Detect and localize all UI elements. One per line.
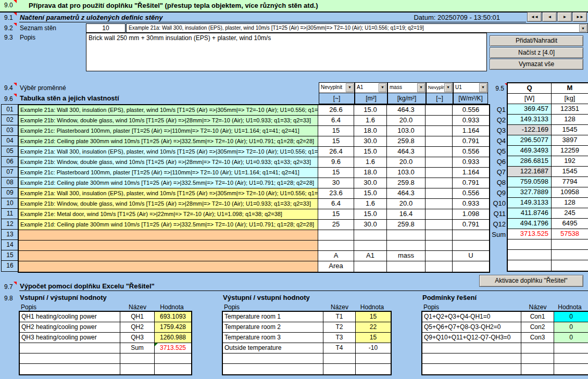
wall-value-cell[interactable]: 20.0 <box>387 116 426 126</box>
wall-value-cell[interactable]: 0.556 <box>453 147 489 157</box>
wall-value-cell[interactable]: 15 <box>318 136 354 147</box>
wall-value-cell[interactable]: 0.791 <box>453 136 489 147</box>
wall-value-cell[interactable]: 15.0 <box>354 188 387 199</box>
wall-value-cell[interactable]: 30.0 <box>354 136 387 147</box>
wall-description-cell[interactable]: Example 21a: Wall 300, insulation (EPS),… <box>19 147 318 157</box>
wall-description-cell[interactable]: Example 21d: Ceiling plate 300mm wind 10… <box>19 220 318 230</box>
wall-value-cell[interactable]: 15.0 <box>354 209 387 220</box>
wall-value-cell[interactable] <box>354 261 387 272</box>
wall-value-cell[interactable]: 30.0 <box>354 178 387 188</box>
wall-value-cell[interactable] <box>426 251 453 261</box>
io-value-cell[interactable]: 22 <box>356 322 391 333</box>
nav-first-button[interactable]: ◄◄ <box>527 12 542 22</box>
wall-value-cell[interactable] <box>426 116 453 126</box>
wall-description-cell[interactable]: Example 21c: Plasterboard 100mm, plaster… <box>19 126 318 136</box>
wall-value-cell[interactable] <box>453 241 489 251</box>
wall-value-cell[interactable] <box>426 126 453 136</box>
wall-value-cell[interactable]: 15 <box>318 126 354 136</box>
wall-value-cell[interactable]: mass <box>387 251 426 261</box>
wall-value-cell[interactable]: 0.933 <box>453 157 489 168</box>
variable-dropdown-2[interactable]: A1 ▼ <box>355 82 387 93</box>
wall-description-cell[interactable] <box>19 241 318 251</box>
wall-value-cell[interactable] <box>426 209 453 220</box>
variable-dropdown-3[interactable]: mass ▼ <box>387 82 426 93</box>
wall-value-cell[interactable] <box>426 261 453 272</box>
wall-value-cell[interactable]: 18.0 <box>354 126 387 136</box>
wall-value-cell[interactable] <box>426 168 453 178</box>
wall-value-cell[interactable] <box>426 230 453 241</box>
wall-value-cell[interactable]: 1.6 <box>354 116 387 126</box>
activate-solver-button[interactable]: Aktivace doplňku "Řešitel" <box>479 275 583 287</box>
wall-value-cell[interactable]: 0.556 <box>453 188 489 199</box>
chevron-down-icon[interactable]: ▼ <box>346 83 354 92</box>
wall-value-cell[interactable]: 259.8 <box>387 178 426 188</box>
wall-value-cell[interactable]: 9.6 <box>318 157 354 168</box>
wall-value-cell[interactable]: 6.4 <box>318 116 354 126</box>
wall-description-cell[interactable]: Example 21e: Metal door, wind 10m/s [T1=… <box>19 209 318 220</box>
io-value-cell[interactable]: 15 <box>356 333 391 343</box>
wall-count-cell[interactable]: 10 <box>86 23 126 33</box>
chevron-down-icon[interactable]: ▼ <box>444 83 452 92</box>
wall-value-cell[interactable]: 15.0 <box>354 105 387 116</box>
wall-value-cell[interactable]: 0.556 <box>453 105 489 116</box>
wall-value-cell[interactable] <box>387 230 426 241</box>
variable-dropdown-5[interactable]: U1 ▼ <box>453 82 488 93</box>
wall-description-cell[interactable]: Example 21a: Wall 300, insulation (EPS),… <box>19 188 318 199</box>
wall-value-cell[interactable] <box>387 261 426 272</box>
wall-value-cell[interactable]: 1.6 <box>354 157 387 168</box>
wall-value-cell[interactable]: 26.6 <box>318 105 354 116</box>
wall-value-cell[interactable] <box>426 147 453 157</box>
description-box[interactable]: Brick wall 250 mm + 30mm insulation (EPS… <box>86 33 487 71</box>
wall-value-cell[interactable]: 30 <box>318 178 354 188</box>
wall-value-cell[interactable]: 1.6 <box>354 199 387 209</box>
io-value-cell[interactable]: 15 <box>356 312 391 322</box>
wall-value-cell[interactable] <box>387 241 426 251</box>
io-value-cell[interactable]: -10 <box>356 343 391 353</box>
wall-value-cell[interactable] <box>354 230 387 241</box>
wall-value-cell[interactable]: Area <box>318 261 354 272</box>
wall-value-cell[interactable]: 15 <box>318 168 354 178</box>
wall-value-cell[interactable]: 464.3 <box>387 188 426 199</box>
wall-description-cell[interactable]: Example 21b: Window, double glass, wind … <box>19 157 318 168</box>
wall-description-cell[interactable]: Example 21b: Window, double glass, wind … <box>19 199 318 209</box>
wall-value-cell[interactable]: 464.3 <box>387 105 426 116</box>
wall-value-cell[interactable] <box>318 241 354 251</box>
wall-value-cell[interactable]: 15.0 <box>354 147 387 157</box>
wall-value-cell[interactable]: 259.8 <box>387 136 426 147</box>
wall-value-cell[interactable]: A <box>318 251 354 261</box>
wall-description-cell[interactable]: Example 21d: Ceiling plate 300mm wind 10… <box>19 178 318 188</box>
wall-value-cell[interactable]: 0.791 <box>453 220 489 230</box>
wall-value-cell[interactable] <box>426 105 453 116</box>
wall-value-cell[interactable]: A1 <box>354 251 387 261</box>
wall-value-cell[interactable]: 20.0 <box>387 199 426 209</box>
wall-value-cell[interactable]: 1.164 <box>453 126 489 136</box>
wall-value-cell[interactable]: 464.3 <box>387 147 426 157</box>
variable-dropdown-4[interactable]: Nevyplnit ▼ <box>426 82 453 93</box>
wall-value-cell[interactable]: 18.0 <box>354 168 387 178</box>
wall-value-cell[interactable]: 0.933 <box>453 116 489 126</box>
wall-value-cell[interactable] <box>426 157 453 168</box>
wall-description-cell[interactable] <box>19 230 318 241</box>
wall-value-cell[interactable]: U <box>453 251 489 261</box>
nav-next-button[interactable]: ► <box>557 12 572 22</box>
wall-description-cell[interactable] <box>19 251 318 261</box>
chevron-down-icon[interactable]: ▼ <box>379 83 386 92</box>
io-value-cell[interactable]: 1759.428 <box>155 322 191 333</box>
wall-value-cell[interactable]: 1.098 <box>453 209 489 220</box>
wall-description-cell[interactable]: Example 21a: Wall 300, insulation (EPS),… <box>19 105 318 116</box>
wall-value-cell[interactable] <box>453 230 489 241</box>
add-replace-button[interactable]: Přidat/Nahradit <box>490 35 583 46</box>
wall-value-cell[interactable] <box>453 261 489 272</box>
wall-value-cell[interactable]: 6.4 <box>318 199 354 209</box>
wall-value-cell[interactable]: 103.0 <box>387 168 426 178</box>
nav-prev-button[interactable]: ◄ <box>542 12 557 22</box>
wall-select-combobox[interactable]: Example 21a: Wall 300, insulation (EPS),… <box>126 23 588 33</box>
wall-value-cell[interactable]: 0.933 <box>453 199 489 209</box>
io-value-cell[interactable]: 693.1093 <box>155 312 191 322</box>
wall-value-cell[interactable] <box>426 188 453 199</box>
wall-value-cell[interactable]: 15 <box>318 209 354 220</box>
chevron-down-icon[interactable]: ▼ <box>579 24 587 32</box>
io-value-cell[interactable]: 1260.988 <box>155 333 191 343</box>
variable-dropdown-1[interactable]: Nevyplnit ▼ <box>319 82 355 93</box>
wall-value-cell[interactable]: 16.4 <box>387 209 426 220</box>
